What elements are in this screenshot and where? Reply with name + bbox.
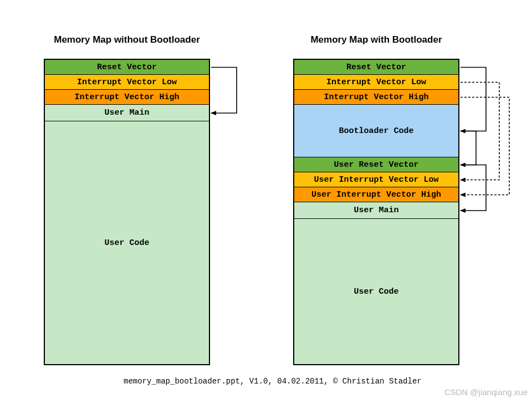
footer-text: memory_map_bootloader.ppt, V1.0, 04.02.2… [124,377,422,386]
right-row-3: Bootloader Code [294,105,458,157]
right-row-4: User Reset Vector [294,157,458,172]
left-memory-stack: Reset VectorInterrupt Vector LowInterrup… [44,59,210,365]
left-row-2: Interrupt Vector High [45,90,209,105]
left-row-0: Reset Vector [45,60,209,75]
right-row-8: User Code [294,219,458,364]
right-row-5: User Interrupt Vector Low [294,172,458,187]
right-row-2: Interrupt Vector High [294,90,458,105]
watermark-text: CSDN @jianqiang.xue [444,387,528,397]
right-memory-stack: Reset VectorInterrupt Vector LowInterrup… [293,59,459,365]
left-row-3: User Main [45,105,209,121]
right-title: Memory Map with Bootloader [293,34,459,45]
right-row-6: User Interrupt Vector High [294,187,458,202]
right-row-1: Interrupt Vector Low [294,75,458,90]
left-title: Memory Map without Bootloader [44,34,210,45]
right-row-0: Reset Vector [294,60,458,75]
right-row-7: User Main [294,202,458,219]
left-row-1: Interrupt Vector Low [45,75,209,90]
left-row-4: User Code [45,121,209,364]
